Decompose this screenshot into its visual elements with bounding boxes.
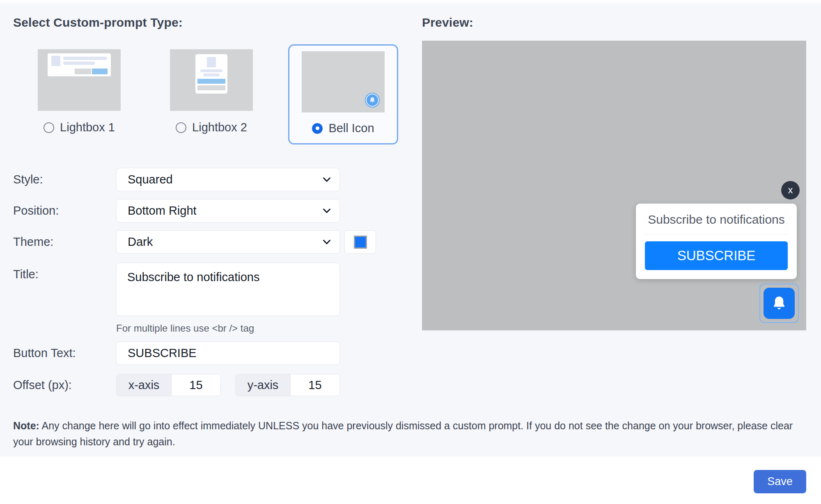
title-label: Title: (13, 263, 116, 281)
preview-subscribe-button[interactable]: SUBSCRIBE (645, 241, 788, 270)
lightbox-2-thumbnail (170, 49, 253, 111)
bell-icon-thumbnail (302, 51, 385, 112)
prompt-type-options: Lightbox 1 Lightbox 2 (13, 44, 411, 144)
style-select-value: Squared (128, 173, 173, 186)
option-bell-icon[interactable]: Bell Icon (288, 44, 398, 144)
lightbox-1-card-graphic (48, 53, 111, 76)
preview-column: Preview: x Subscribe to notifications SU… (422, 16, 806, 330)
button-text-row: Button Text: (13, 341, 411, 365)
settings-column: Select Custom-prompt Type: Lightbox 1 (13, 16, 411, 396)
chevron-down-icon (323, 208, 330, 213)
preview-subscribe-popup: Subscribe to notifications SUBSCRIBE (636, 204, 797, 279)
chevron-down-icon (323, 177, 330, 182)
save-button[interactable]: Save (754, 470, 806, 493)
y-axis-offset-group: y-axis (235, 374, 340, 396)
title-help-text: For multiple lines use <br /> tag (116, 323, 340, 334)
preview-bell-widget[interactable] (759, 284, 799, 323)
lightbox-1-label: Lightbox 1 (60, 121, 115, 134)
offset-controls: x-axis y-axis (116, 374, 340, 396)
position-label: Position: (13, 204, 116, 218)
x-axis-offset-input[interactable] (172, 374, 220, 396)
placeholder-button-gray (75, 69, 91, 74)
style-label: Style: (13, 173, 116, 186)
y-axis-offset-input[interactable] (291, 374, 339, 396)
placeholder-line (63, 57, 107, 60)
x-axis-offset-group: x-axis (116, 374, 221, 396)
placeholder-button-blue (197, 79, 225, 84)
note-bold-prefix: Note: (13, 420, 39, 431)
button-text-input[interactable] (116, 341, 340, 365)
bell-icon-label: Bell Icon (328, 121, 374, 135)
placeholder-button-gray (197, 85, 225, 90)
theme-color-picker-button[interactable] (344, 230, 376, 254)
effect-note: Note: Any change here will go into effec… (13, 418, 797, 450)
placeholder-line (63, 62, 95, 65)
option-lightbox-2[interactable]: Lightbox 2 (170, 44, 253, 134)
theme-color-swatch (354, 236, 367, 249)
bell-icon (764, 288, 795, 319)
title-textarea[interactable]: Subscribe to notifications (116, 263, 340, 316)
bell-badge-icon (365, 93, 380, 108)
option-lightbox-1[interactable]: Lightbox 1 (38, 44, 121, 134)
offset-row: Offset (px): x-axis y-axis (13, 374, 411, 396)
preview-heading: Preview: (422, 16, 806, 30)
chevron-down-icon (323, 240, 330, 245)
theme-select[interactable]: Dark (116, 230, 340, 254)
placeholder-line (200, 69, 222, 72)
offset-label: Offset (px): (13, 378, 116, 392)
prompt-settings-form: Style: Squared Position: Bottom Right (13, 168, 411, 396)
style-row: Style: Squared (13, 168, 411, 191)
placeholder-image (51, 56, 60, 66)
title-field-group: Subscribe to notifications For multiple … (116, 263, 340, 334)
placeholder-image (207, 57, 216, 67)
theme-select-value: Dark (128, 235, 153, 249)
lightbox-1-choice: Lightbox 1 (44, 121, 115, 134)
lightbox-1-thumbnail (38, 49, 121, 111)
popup-title: Subscribe to notifications (645, 213, 788, 234)
note-text: Any change here will go into effect imme… (13, 420, 793, 447)
footer-bar: Save (0, 456, 821, 504)
position-select-value: Bottom Right (128, 204, 197, 218)
y-axis-label: y-axis (236, 374, 291, 396)
lightbox-2-choice: Lightbox 2 (176, 121, 247, 134)
bell-icon-radio[interactable] (312, 123, 323, 134)
preview-area: x Subscribe to notifications SUBSCRIBE (422, 41, 806, 330)
lightbox-2-card-graphic (195, 54, 227, 94)
lightbox-2-label: Lightbox 2 (192, 121, 247, 134)
placeholder-line (203, 73, 220, 76)
position-row: Position: Bottom Right (13, 199, 411, 222)
bell-icon-choice: Bell Icon (312, 121, 374, 135)
custom-prompt-settings-page: Select Custom-prompt Type: Lightbox 1 (0, 0, 821, 504)
placeholder-button-blue (92, 69, 108, 74)
style-select[interactable]: Squared (116, 168, 340, 191)
button-text-label: Button Text: (13, 346, 116, 360)
lightbox-1-radio[interactable] (44, 122, 54, 133)
lightbox-2-radio[interactable] (176, 122, 186, 133)
x-axis-label: x-axis (117, 374, 172, 396)
prompt-type-heading: Select Custom-prompt Type: (13, 16, 411, 30)
theme-label: Theme: (13, 235, 116, 249)
position-select[interactable]: Bottom Right (116, 199, 340, 222)
title-row: Title: Subscribe to notifications For mu… (13, 263, 411, 334)
preview-close-button[interactable]: x (781, 181, 800, 199)
theme-row: Theme: Dark (13, 230, 411, 254)
